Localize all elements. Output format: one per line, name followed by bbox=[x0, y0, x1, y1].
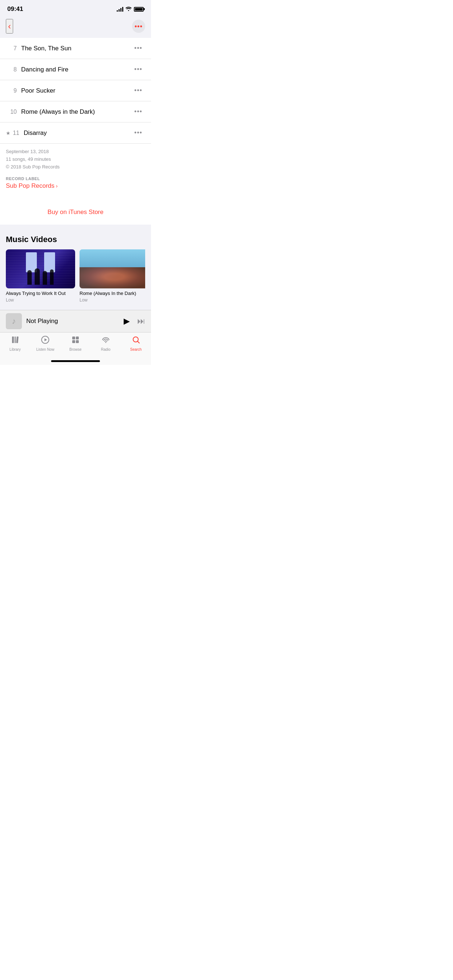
library-icon bbox=[11, 336, 19, 346]
now-playing-title: Not Playing bbox=[26, 318, 119, 325]
svg-rect-8 bbox=[76, 340, 79, 343]
video-card[interactable]: Always Trying to Work It Out Low bbox=[6, 250, 75, 302]
svg-point-9 bbox=[105, 342, 106, 343]
videos-scroll[interactable]: Always Trying to Work It Out Low Rome (A… bbox=[6, 250, 145, 305]
track-number: 9 bbox=[6, 88, 17, 94]
track-list: 7 The Son, The Sun ••• 8 Dancing and Fir… bbox=[0, 38, 151, 144]
track-more-button[interactable]: ••• bbox=[131, 43, 145, 54]
radio-icon bbox=[101, 336, 110, 346]
svg-rect-7 bbox=[72, 340, 75, 343]
tab-search[interactable]: Search bbox=[121, 336, 151, 352]
silhouettes bbox=[27, 268, 54, 285]
track-title: Poor Sucker bbox=[21, 87, 131, 94]
nav-bar: ‹ ••• bbox=[0, 16, 151, 38]
video-title: Rome (Always In the Dark) bbox=[80, 291, 145, 297]
tab-bar: Library Listen Now Browse bbox=[0, 332, 151, 359]
music-videos-section: Music Videos Always Trying to Work It Ou… bbox=[0, 228, 151, 310]
track-number: 8 bbox=[6, 66, 17, 73]
record-label-section: RECORD LABEL Sub Pop Records › bbox=[6, 177, 145, 189]
album-copyright: © 2018 Sub Pop Records bbox=[6, 163, 145, 171]
signal-icon bbox=[117, 6, 123, 12]
chevron-right-icon: › bbox=[56, 183, 57, 189]
table-row[interactable]: 9 Poor Sucker ••• bbox=[0, 80, 151, 101]
table-row[interactable]: 10 Rome (Always in the Dark) ••• bbox=[0, 101, 151, 123]
track-number: 10 bbox=[6, 109, 17, 115]
video-artist: Low bbox=[6, 298, 75, 302]
svg-line-11 bbox=[137, 342, 139, 344]
tab-listen-now[interactable]: Listen Now bbox=[30, 336, 61, 352]
video-artist: Low bbox=[80, 298, 145, 302]
battery-icon bbox=[134, 7, 144, 12]
svg-rect-5 bbox=[72, 337, 75, 339]
track-number: 11 bbox=[12, 130, 19, 136]
wifi-icon bbox=[126, 6, 132, 12]
svg-rect-0 bbox=[12, 337, 14, 343]
star-icon: ★ bbox=[6, 130, 11, 136]
track-title: Dancing and Fire bbox=[21, 66, 131, 73]
record-label-link[interactable]: Sub Pop Records › bbox=[6, 182, 145, 189]
track-title: Disarray bbox=[24, 129, 131, 137]
record-label-heading: RECORD LABEL bbox=[6, 177, 145, 181]
album-date: September 13, 2018 bbox=[6, 148, 145, 156]
table-row[interactable]: 8 Dancing and Fire ••• bbox=[0, 59, 151, 80]
track-title: The Son, The Sun bbox=[21, 45, 131, 52]
video-title: Always Trying to Work It Out bbox=[6, 291, 75, 297]
buy-itunes-button[interactable]: Buy on iTunes Store bbox=[48, 208, 103, 215]
track-title: Rome (Always in the Dark) bbox=[21, 108, 131, 116]
now-playing-thumbnail: ♪ bbox=[6, 313, 22, 329]
table-row[interactable]: ★ 11 Disarray ••• bbox=[0, 123, 151, 144]
track-more-button[interactable]: ••• bbox=[131, 85, 145, 96]
skip-forward-button[interactable]: ⏭ bbox=[137, 317, 145, 326]
home-indicator bbox=[0, 359, 151, 365]
more-icon: ••• bbox=[135, 23, 143, 30]
back-button[interactable]: ‹ bbox=[6, 19, 13, 33]
home-bar bbox=[51, 360, 100, 362]
buy-section: Buy on iTunes Store bbox=[0, 200, 151, 228]
now-playing-bar[interactable]: ♪ Not Playing ▶ ⏭ bbox=[0, 310, 151, 332]
track-more-button[interactable]: ••• bbox=[131, 127, 145, 138]
video-card[interactable]: Rome (Always In the Dark) Low bbox=[80, 250, 145, 302]
album-song-count: 11 songs, 49 minutes bbox=[6, 156, 145, 163]
play-button[interactable]: ▶ bbox=[124, 317, 130, 326]
more-button[interactable]: ••• bbox=[132, 20, 145, 33]
music-videos-title: Music Videos bbox=[6, 235, 145, 244]
tab-radio-label: Radio bbox=[101, 347, 110, 352]
tab-search-label: Search bbox=[130, 347, 142, 352]
music-note-icon: ♪ bbox=[12, 317, 16, 326]
tab-library-label: Library bbox=[10, 347, 21, 352]
table-row[interactable]: 7 The Son, The Sun ••• bbox=[0, 38, 151, 59]
track-number: 7 bbox=[6, 45, 17, 52]
svg-marker-4 bbox=[45, 338, 47, 341]
now-playing-controls: ▶ ⏭ bbox=[124, 317, 145, 326]
tab-browse-label: Browse bbox=[69, 347, 81, 352]
svg-rect-6 bbox=[76, 337, 79, 339]
browse-icon bbox=[71, 336, 80, 346]
status-icons bbox=[117, 6, 144, 12]
svg-rect-1 bbox=[14, 337, 16, 343]
search-icon bbox=[132, 336, 140, 346]
track-more-button[interactable]: ••• bbox=[131, 64, 145, 75]
album-meta: September 13, 2018 11 songs, 49 minutes … bbox=[6, 148, 145, 170]
album-info: September 13, 2018 11 songs, 49 minutes … bbox=[0, 144, 151, 200]
track-more-button[interactable]: ••• bbox=[131, 107, 145, 117]
record-label-name: Sub Pop Records bbox=[6, 182, 54, 189]
status-bar: 09:41 bbox=[0, 0, 151, 16]
video-thumbnail-1 bbox=[6, 250, 75, 288]
tab-browse[interactable]: Browse bbox=[61, 336, 91, 352]
tab-radio[interactable]: Radio bbox=[91, 336, 121, 352]
tab-library[interactable]: Library bbox=[0, 336, 30, 352]
video-thumbnail-2 bbox=[80, 250, 145, 288]
status-time: 09:41 bbox=[7, 5, 23, 13]
listen-now-icon bbox=[41, 336, 49, 346]
svg-rect-2 bbox=[16, 337, 19, 343]
tab-listen-now-label: Listen Now bbox=[36, 347, 54, 352]
